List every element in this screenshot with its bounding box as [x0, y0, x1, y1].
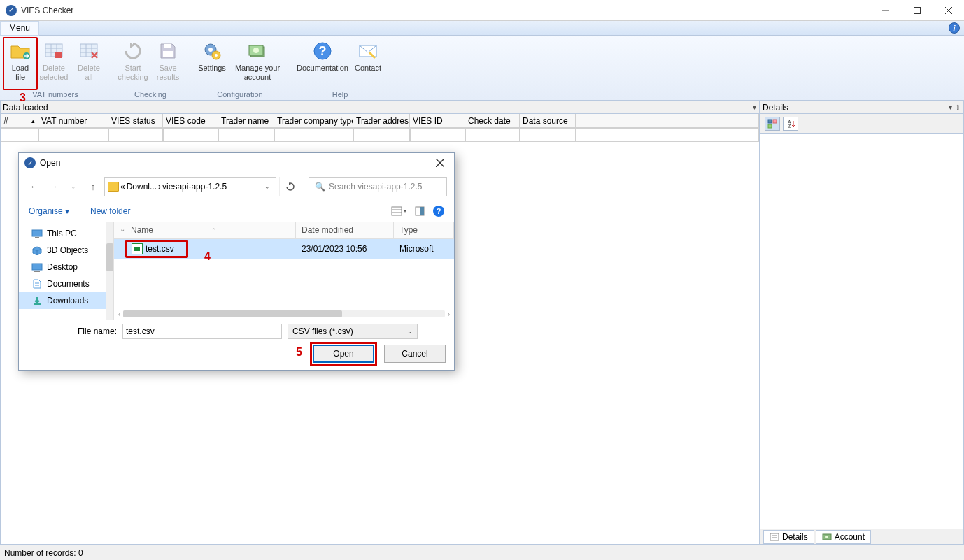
grid-filter-number[interactable]	[1, 128, 38, 141]
grid-col-trader-company[interactable]: Trader company type	[274, 114, 353, 127]
nav-back-button[interactable]: ←	[26, 178, 43, 195]
ribbon-group-checking: Startchecking Saveresults Checking	[111, 36, 190, 100]
load-file-button[interactable]: Loadfile	[3, 37, 38, 90]
file-expand-icon[interactable]: ⌄	[120, 225, 125, 233]
documentation-label-1: Documentation	[297, 64, 348, 72]
filetype-dropdown[interactable]: CSV files (*.csv) ⌄	[288, 324, 418, 339]
tree-downloads[interactable]: Downloads	[19, 292, 113, 309]
manage-account-button[interactable]: Manage youraccount	[229, 38, 285, 89]
tree-documents[interactable]: Documents	[19, 275, 113, 292]
grid-filter-vies-status[interactable]	[108, 128, 163, 141]
dropdown-icon[interactable]: ▾	[949, 103, 952, 111]
cube-icon	[31, 245, 43, 255]
preview-pane-button[interactable]	[415, 206, 425, 216]
grid-delete-all-icon	[78, 40, 100, 62]
grid-delete-icon	[43, 40, 65, 62]
breadcrumb-sep: ›	[158, 182, 161, 192]
dialog-toolbar: Organise ▾ New folder ?	[19, 201, 454, 222]
tab-details[interactable]: Details	[763, 530, 814, 544]
breadcrumb[interactable]: « Downl... › viesapi-app-1.2.5 ⌄	[104, 177, 276, 196]
dialog-close-button[interactable]	[426, 153, 454, 173]
breadcrumb-dropdown-icon[interactable]: ⌄	[264, 183, 270, 190]
maximize-button[interactable]	[901, 0, 933, 21]
tree-3d-objects[interactable]: 3D Objects	[19, 242, 113, 259]
start-checking-label-2: checking	[118, 73, 148, 81]
grid-filter-vies-id[interactable]	[410, 128, 465, 141]
details-title: Details	[763, 103, 788, 113]
categorize-button[interactable]	[765, 117, 780, 131]
details-body	[760, 134, 963, 529]
file-header-type[interactable]: Type	[394, 222, 454, 238]
panel-dropdown-icon[interactable]: ▾	[753, 103, 756, 111]
hscroll-left-icon[interactable]: ‹	[118, 310, 120, 318]
documentation-button[interactable]: ? Documentation	[295, 38, 350, 89]
close-button[interactable]	[933, 0, 964, 21]
grid-filter-data-source[interactable]	[520, 128, 576, 141]
nav-recent-button[interactable]: ⌄	[65, 178, 82, 195]
details-header: Details ▾ ⇧	[760, 101, 963, 114]
dialog-bottom: File name: CSV files (*.csv) ⌄ Open Canc…	[19, 320, 454, 370]
delete-selected-button[interactable]: Deleteselected	[36, 38, 71, 89]
grid-filter-trader-company[interactable]	[274, 128, 353, 141]
svg-point-21	[215, 54, 218, 57]
start-checking-button[interactable]: Startchecking	[115, 38, 150, 89]
tree-desktop[interactable]: Desktop	[19, 259, 113, 275]
file-hscroll[interactable]: ‹ ›	[114, 308, 454, 320]
grid-col-trader-address[interactable]: Trader address	[353, 114, 410, 127]
svg-rect-49	[34, 271, 40, 272]
ribbon-group-vat-numbers: Loadfile Deleteselected Deleteall VAT nu…	[0, 36, 111, 100]
hscroll-thumb[interactable]	[123, 310, 341, 317]
grid-col-vat[interactable]: VAT number	[38, 114, 108, 127]
nav-forward-button[interactable]: →	[45, 178, 62, 195]
info-icon[interactable]: i	[949, 22, 960, 34]
hscroll-track[interactable]	[123, 310, 444, 317]
grid-col-data-source[interactable]: Data source	[520, 114, 576, 127]
svg-rect-48	[32, 264, 42, 270]
breadcrumb-part1[interactable]: Downl...	[127, 182, 157, 192]
grid-col-vies-status[interactable]: VIES status	[108, 114, 163, 127]
grid-filter-trader-address[interactable]	[353, 128, 410, 141]
refresh-button[interactable]	[279, 177, 300, 196]
tree-scrollbar-thumb[interactable]	[106, 243, 113, 271]
grid-filter-trader-name[interactable]	[218, 128, 274, 141]
grid-filter-vat[interactable]	[38, 128, 108, 141]
grid-col-vies-code[interactable]: VIES code	[163, 114, 218, 127]
file-row[interactable]: test.csv 23/01/2023 10:56 Microsoft	[114, 239, 454, 259]
save-results-button[interactable]: Saveresults	[150, 38, 185, 89]
grid-col-trader-name[interactable]: Trader name	[218, 114, 274, 127]
grid-col-check-date[interactable]: Check date	[465, 114, 520, 127]
csv-file-icon	[132, 243, 143, 254]
help-icon[interactable]: ?	[433, 206, 444, 217]
statusbar: Number of records: 0	[0, 545, 964, 560]
view-options-button[interactable]	[391, 206, 406, 216]
search-box[interactable]: 🔍 Search viesapi-app-1.2.5	[309, 177, 447, 196]
file-header-date[interactable]: Date modified	[296, 222, 394, 238]
minimize-button[interactable]	[870, 0, 901, 21]
cancel-button[interactable]: Cancel	[384, 345, 446, 363]
grid-filter-vies-code[interactable]	[163, 128, 218, 141]
tab-account[interactable]: Account	[816, 530, 871, 544]
data-panel-tab[interactable]: Data loaded ▾	[1, 101, 759, 114]
grid-filter-check-date[interactable]	[465, 128, 520, 141]
menu-tab[interactable]: Menu	[0, 21, 39, 36]
grid-col-number[interactable]: #▴	[1, 114, 38, 127]
file-header-name[interactable]: Name ⌃	[114, 222, 296, 238]
new-folder-button[interactable]: New folder	[90, 206, 130, 216]
menu-strip: Menu i	[0, 21, 964, 36]
tree-this-pc[interactable]: This PC	[19, 225, 113, 242]
organise-button[interactable]: Organise ▾	[29, 206, 69, 216]
delete-all-button[interactable]: Deleteall	[71, 38, 106, 89]
dialog-titlebar: ✓ Open	[19, 153, 454, 173]
svg-rect-30	[773, 120, 777, 123]
pin-icon[interactable]: ⇧	[955, 103, 961, 111]
nav-up-button[interactable]: ↑	[85, 178, 101, 195]
settings-button[interactable]: Settings	[194, 38, 229, 89]
folder-tree[interactable]: This PC 3D Objects Desktop Documents Dow…	[19, 222, 114, 320]
contact-button[interactable]: Contact	[350, 38, 385, 89]
filename-input[interactable]	[122, 324, 282, 339]
grid-col-vies-id[interactable]: VIES ID	[410, 114, 465, 127]
sort-az-button[interactable]: AZ	[783, 117, 798, 131]
hscroll-right-icon[interactable]: ›	[448, 310, 450, 318]
open-button[interactable]: Open	[313, 345, 374, 363]
breadcrumb-part2[interactable]: viesapi-app-1.2.5	[162, 182, 227, 192]
